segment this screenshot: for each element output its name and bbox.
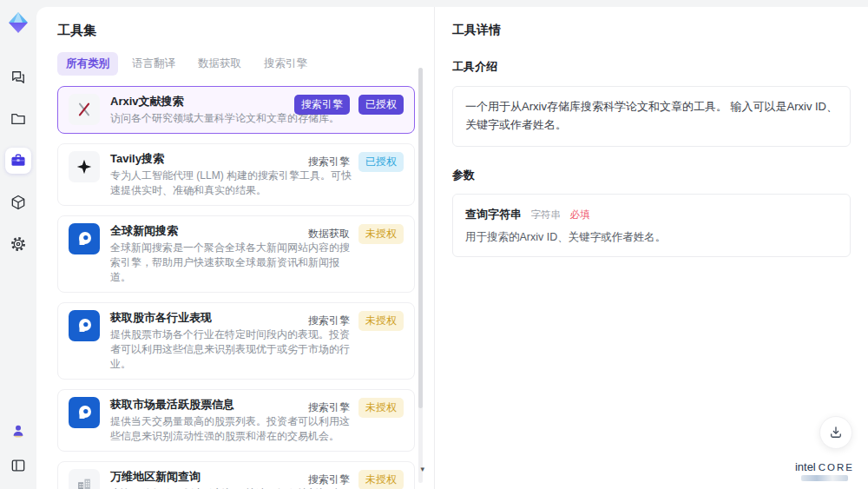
tool-auth-badge: 未授权: [358, 224, 404, 244]
list-scrollbar[interactable]: [418, 68, 423, 483]
tool-description: 提供当天交易量最高的股票列表。投资者可以利用这些信息来识别流动性强的股票和潜在的…: [110, 414, 356, 444]
settings-gear-icon[interactable]: [5, 231, 31, 257]
scrollbar-thumb[interactable]: [418, 68, 423, 408]
news-icon: [69, 223, 100, 254]
intro-box: 一个用于从Arxiv存储库搜索科学论文和文章的工具。 输入可以是Arxiv ID…: [452, 86, 851, 147]
tool-card-4[interactable]: 获取市场最活跃股票信息 提供当天交易量最高的股票列表。投资者可以利用这些信息来识…: [57, 389, 415, 452]
tool-list: Arxiv文献搜索 访问各个研究领域大量科学论文和文章的存储库。 搜索引擎 已授…: [57, 86, 415, 489]
rail-bottom: [5, 418, 31, 479]
toolbox-icon-active[interactable]: [5, 148, 31, 174]
param-type: 字符串: [530, 209, 561, 220]
rail-nav: [5, 64, 31, 257]
tool-category-badge: 搜索引擎: [308, 314, 350, 328]
tool-category-badge: 搜索引擎: [294, 95, 350, 115]
tool-card-5[interactable]: 万维地区新闻查询 查询具体行政区划内的新闻，快速了解各地新闻动 搜索引擎 未授权: [57, 461, 415, 489]
core-brand-text: CORE: [819, 462, 854, 472]
tool-category-badge: 数据获取: [308, 227, 350, 241]
detail-panel: 工具详情 工具介绍 一个用于从Arxiv存储库搜索科学论文和文章的工具。 输入可…: [434, 7, 868, 489]
intel-shine-bar: [801, 475, 848, 481]
tools-panel: 工具集 所有类别语言翻译数据获取搜索引擎 Arxiv文献搜索 访问各个研究领域大…: [36, 7, 434, 489]
tool-card-3[interactable]: 获取股市各行业表现 提供股票市场各个行业在特定时间段内的表现。投资者可以利用这些…: [57, 302, 415, 380]
tool-card-0[interactable]: Arxiv文献搜索 访问各个研究领域大量科学论文和文章的存储库。 搜索引擎 已授…: [57, 86, 415, 134]
tool-auth-badge: 未授权: [358, 311, 404, 331]
category-tabs: 所有类别语言翻译数据获取搜索引擎: [57, 52, 434, 76]
params-heading: 参数: [452, 168, 851, 183]
param-card: 查询字符串 字符串 必填 用于搜索的Arxiv ID、关键字或作者姓名。: [452, 194, 851, 257]
param-name: 查询字符串: [465, 208, 522, 221]
tavily-icon: [69, 151, 100, 182]
param-description: 用于搜索的Arxiv ID、关键字或作者姓名。: [465, 230, 838, 245]
user-avatar-icon[interactable]: [5, 418, 31, 444]
tool-category-badge: 搜索引擎: [308, 472, 350, 487]
tool-category-badge: 搜索引擎: [308, 155, 350, 169]
tool-auth-badge: 已授权: [358, 152, 404, 172]
tab-2[interactable]: 数据获取: [189, 52, 250, 76]
news-icon: [69, 310, 100, 341]
detail-title: 工具详情: [452, 23, 851, 38]
building-icon: [69, 469, 100, 489]
intro-heading: 工具介绍: [452, 59, 851, 75]
tab-1[interactable]: 语言翻译: [123, 52, 184, 76]
tool-auth-badge: 未授权: [358, 398, 404, 418]
tool-description: 提供股票市场各个行业在特定时间段内的表现。投资者可以利用这些信息来识别表现优于或…: [110, 327, 356, 372]
scroll-down-icon[interactable]: ▾: [420, 465, 424, 473]
tool-description: 专为人工智能代理 (LLM) 构建的搜索引擎工具。可快速提供实时、准确和真实的结…: [110, 169, 356, 198]
tab-3[interactable]: 搜索引擎: [255, 52, 316, 76]
tool-description: 全球新闻搜索是一个聚合全球各大新闻网站内容的搜索引擎，帮助用户快速获取全球最新资…: [110, 241, 356, 285]
panel-toggle-icon[interactable]: [5, 453, 31, 479]
tool-card-2[interactable]: 全球新闻搜索 全球新闻搜索是一个聚合全球各大新闻网站内容的搜索引擎，帮助用户快速…: [57, 215, 415, 293]
intel-brand-text: intel: [795, 460, 816, 473]
tool-auth-badge: 未授权: [358, 470, 404, 489]
download-button[interactable]: [819, 416, 852, 449]
tool-card-1[interactable]: Tavily搜索 专为人工智能代理 (LLM) 构建的搜索引擎工具。可快速提供实…: [57, 143, 415, 206]
arxiv-icon: [69, 94, 100, 125]
app-logo-icon: [6, 10, 30, 35]
param-header: 查询字符串 字符串 必填: [465, 206, 838, 222]
tab-0[interactable]: 所有类别: [57, 52, 118, 76]
package-icon[interactable]: [5, 189, 31, 215]
tool-auth-badge: 已授权: [358, 95, 404, 115]
page-title: 工具集: [57, 23, 434, 39]
intel-core-logo: intelCORE: [795, 460, 854, 481]
app-rail: [0, 0, 36, 489]
main-window: 工具集 所有类别语言翻译数据获取搜索引擎 Arxiv文献搜索 访问各个研究领域大…: [36, 7, 868, 489]
folder-icon[interactable]: [5, 106, 31, 132]
chat-icon[interactable]: [5, 64, 31, 90]
news-icon: [69, 397, 100, 428]
param-required-badge: 必填: [569, 209, 589, 220]
tool-category-badge: 搜索引擎: [308, 400, 350, 415]
